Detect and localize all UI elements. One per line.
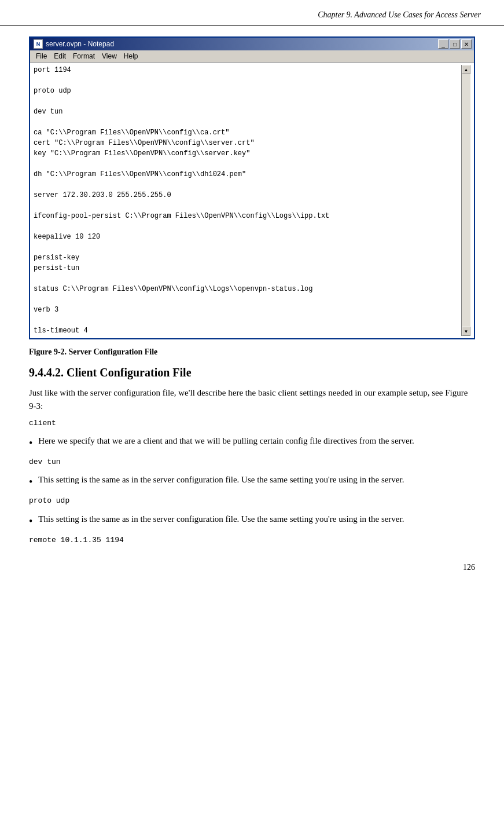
- bullet-dot-1: •: [29, 436, 32, 451]
- section-heading: 9.4.4.2. Client Configuration File: [29, 366, 475, 379]
- notepad-titlebar-left: N server.ovpn - Notepad: [34, 39, 114, 49]
- page-header: Chapter 9. Advanced Use Cases for Access…: [0, 0, 504, 26]
- menu-help[interactable]: Help: [120, 52, 142, 61]
- bullet-item-2: • This setting is the same as in the ser…: [29, 473, 475, 490]
- notepad-titlebar: N server.ovpn - Notepad _ □ ✕: [30, 38, 474, 50]
- notepad-scrollbar[interactable]: ▲ ▼: [461, 65, 470, 336]
- scroll-up-arrow[interactable]: ▲: [462, 65, 470, 74]
- menu-format[interactable]: Format: [69, 52, 98, 61]
- notepad-content: port 1194 proto udp dev tun ca "C:\\Prog…: [34, 65, 461, 336]
- page-content: N server.ovpn - Notepad _ □ ✕ File Edit …: [0, 36, 504, 595]
- notepad-title: server.ovpn - Notepad: [46, 40, 114, 48]
- menu-file[interactable]: File: [32, 52, 50, 61]
- notepad-body: port 1194 proto udp dev tun ca "C:\\Prog…: [30, 63, 474, 338]
- figure-caption: Figure 9-2. Server Configuration File: [29, 348, 475, 357]
- page-number: 126: [29, 557, 475, 572]
- menu-edit[interactable]: Edit: [50, 52, 69, 61]
- code-client: client: [29, 418, 475, 429]
- intro-paragraph: Just like with the server configuration …: [29, 386, 475, 412]
- notepad-app-icon: N: [34, 39, 43, 49]
- scroll-track[interactable]: [462, 74, 470, 327]
- code-dev-tun: dev tun: [29, 457, 475, 467]
- menu-view[interactable]: View: [98, 52, 120, 61]
- bullet-dot-3: •: [29, 514, 32, 529]
- bullet-item-3: • This setting is the same as in the ser…: [29, 513, 475, 529]
- bullet-item-1: • Here we specify that we are a client a…: [29, 434, 475, 451]
- bullet-text-3: This setting is the same as in the serve…: [38, 513, 475, 526]
- chapter-title: Chapter 9. Advanced Use Cases for Access…: [318, 10, 481, 19]
- notepad-controls[interactable]: _ □ ✕: [438, 39, 472, 49]
- close-button[interactable]: ✕: [461, 39, 472, 49]
- scroll-down-arrow[interactable]: ▼: [462, 327, 470, 336]
- code-remote: remote 10.1.1.35 1194: [29, 535, 475, 546]
- bullet-dot-2: •: [29, 474, 32, 490]
- bullet-text-2: This setting is the same as in the serve…: [38, 473, 475, 487]
- notepad-window: N server.ovpn - Notepad _ □ ✕ File Edit …: [29, 36, 475, 339]
- bullet-text-1: Here we specify that we are a client and…: [38, 434, 475, 448]
- maximize-button[interactable]: □: [450, 39, 460, 49]
- minimize-button[interactable]: _: [438, 39, 448, 49]
- notepad-menubar: File Edit Format View Help: [30, 50, 474, 63]
- code-proto-udp: proto udp: [29, 496, 475, 506]
